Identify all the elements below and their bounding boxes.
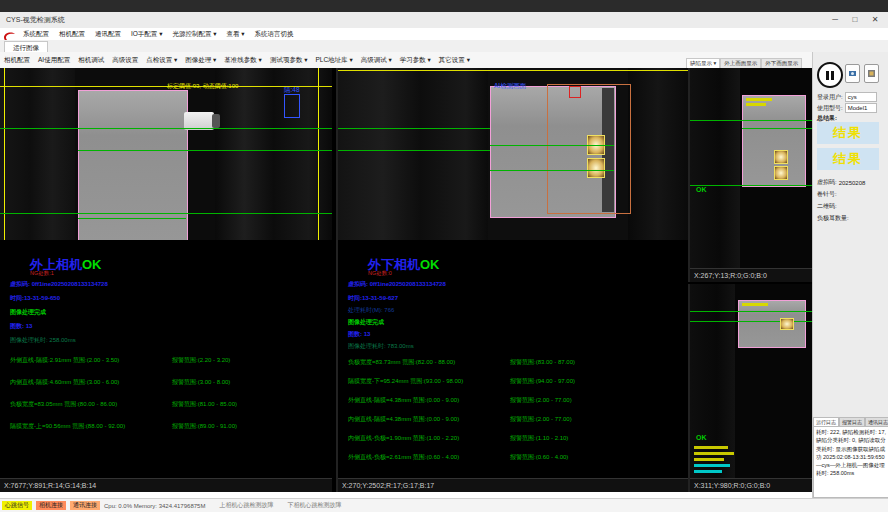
preview-ok-upper: OK [696,186,707,193]
measure-row: 外侧直线-隔膜:2.91mm 范围:(2.00 - 3.50) [10,356,119,365]
preview-coords-lower: X:311;Y:980;R:0;G:0;B:0 [690,478,814,492]
app-logo-icon [2,29,18,40]
camera-tool-button-2[interactable] [864,64,879,83]
defect-display-dropdown[interactable]: 缺陷显示 ▾ [686,58,720,68]
preview-tab-lower[interactable]: 外下画面显示 [761,58,802,68]
login-user-value[interactable]: cys [845,92,877,102]
measure-row: 内侧直线-负极=1.90mm 范围:(1.00 - 2.20) [348,434,459,443]
menu-item-io-config[interactable]: IO手配置 ▾ [131,30,162,39]
toolbar-test-params[interactable]: 测试项参数 ▾ [270,56,308,65]
time-upper: 时间:13-31-59-650 [10,294,60,303]
camera-panel-lower: AI检测画面 外下相机OK NG处数:0 虚拟码: 0ff1ine2025020… [336,68,688,492]
gap-marker-box [284,94,300,118]
measure-row: 隔膜宽度-下=95.24mm 范围:(93.00 - 98.00) [348,377,463,386]
toolbar-image-process[interactable]: 图像处理 ▾ [185,56,216,65]
close-icon[interactable]: ✕ [866,13,884,26]
annotation-marks [694,446,728,449]
measure-row: 负极宽度=83.05mm 范围:(80.00 - 86.00) [10,400,117,409]
alarm-row: 报警范围:(83.00 - 87.00) [510,358,575,367]
annotation-marks [746,103,766,106]
threshold-overlay-text: 标定阈值:93, 动态阈值:100 [167,82,238,91]
model-field: 使用型号: Model1 [817,103,887,113]
menu-item-language[interactable]: 系统语言切换 [255,30,294,39]
toolbar-advanced-debug[interactable]: 高级调试 ▾ [361,56,392,65]
toolbar-ai-config[interactable]: AI使用配置 [38,56,70,65]
menu-item-light-config[interactable]: 光源控制配置 ▾ [172,30,216,39]
menu-bar: 系统配置 相机配置 通讯配置 IO手配置 ▾ 光源控制配置 ▾ 查看 ▾ 系统语… [0,28,888,40]
measure-row: 外侧直线-负极=2.61mm 范围:(0.60 - 4.00) [348,453,459,462]
toolbar-advanced-settings[interactable]: 高级设置 [112,56,138,65]
frame-count-upper: 图数: 13 [10,322,32,331]
elapsed-upper: 图像处理耗时: 258.00ms [10,336,76,345]
toolbar-learn-params[interactable]: 学习参数 ▾ [400,56,431,65]
alarm-row: 报警范围:(2.00 - 77.00) [510,396,572,405]
model-value[interactable]: Model1 [845,103,877,113]
virtual-code-lower: 虚拟码: 0ff1ine20250208133134728 [348,280,446,289]
camera-connect-status-badge: 相机连接 [36,501,66,510]
camera-image-lower: AI检测画面 [338,68,688,240]
ai-view-overlay-text: AI检测画面 [494,82,526,91]
time-lower: 时间:13-31-59-627 [348,294,398,303]
measure-row: 内侧直线-隔膜=4.38mm 范围:(0.00 - 9.00) [348,415,459,424]
process-done-upper: 图像处理完成 [10,308,46,317]
ng-count-lower: NG处数:0 [368,270,392,277]
frame-count-lower: 图数: 13 [348,330,370,339]
maximize-icon[interactable]: □ [846,13,864,26]
needle-number-field: 卷针号: [817,190,887,199]
preview-ok-lower: OK [696,434,707,441]
alarm-row: 报警范围:(3.00 - 8.00) [172,378,230,387]
menu-item-system-config[interactable]: 系统配置 [23,30,49,39]
camera-tool-button-1[interactable] [845,64,860,83]
measure-row: 负极宽度=83.73mm 范围:(82.00 - 88.00) [348,358,455,367]
minimize-icon[interactable]: ─ [826,13,844,26]
alarm-row: 报警范围:(89.00 - 91.00) [172,422,237,431]
log-tab-alarm[interactable]: 报警日志 [839,417,865,426]
alarm-row: 报警范围:(2.00 - 77.00) [510,415,572,424]
toolbar-other-settings[interactable]: 其它设置 ▾ [439,56,470,65]
preview-coords-upper: X:267;Y:13;R:0;G:0;B:0 [690,268,814,282]
annotation-marks [694,452,734,455]
toolbar-spotcheck[interactable]: 点检设置 ▾ [146,56,177,65]
elapsed-lower: 图像处理耗时: 783.00ms [348,342,414,351]
pixel-coords-upper: X:7677;Y:891;R:14;G:14;B:14 [0,478,332,492]
annotation-marks [694,458,724,461]
log-output[interactable]: 耗时: 222, 缺陷检测耗时: 17, 缺陷分类耗时: 0, 缺陷读取分类耗时… [813,426,888,498]
annotation-marks [746,98,772,101]
camera-panel-upper: 标定阈值:93, 动态阈值:100 隔:48 外上相机OK NG处数:1 虚拟码… [0,68,332,492]
toolbar-camera-config[interactable]: 相机配置 [4,56,30,65]
annotation-marks [694,464,730,467]
preview-cell-region [738,300,806,348]
toolbar-plc-address[interactable]: PLC地址库 ▾ [315,56,352,65]
app-window: CYS-视觉检测系统 ─ □ ✕ 系统配置 相机配置 通讯配置 IO手配置 ▾ … [0,0,888,522]
alarm-row: 报警范围:(81.00 - 85.00) [172,400,237,409]
menu-item-comm-config[interactable]: 通讯配置 [95,30,121,39]
log-tab-run[interactable]: 运行日志 [813,417,839,426]
defect-marker [569,86,581,98]
ng-count-upper: NG处数:1 [30,270,54,277]
heartbeat-status-badge: 心跳信号 [2,501,32,510]
window-controls: ─ □ ✕ [826,13,884,26]
menu-item-camera-config[interactable]: 相机配置 [59,30,85,39]
log-tab-comm[interactable]: 通讯日志 [865,417,888,426]
virtual-code-field: 虚拟码: 20250208 [817,178,887,187]
alarm-row: 报警范围:(1.10 - 2.10) [510,434,568,443]
tab-glow-2 [587,158,605,178]
preview-tab-strip: 缺陷显示 ▾ 外上画面显示 外下画面显示 [686,52,812,69]
pause-button[interactable] [817,62,843,88]
annotation-marks [694,470,722,473]
preview-panel-lower[interactable]: OK X:311;Y:980;R:0;G:0;B:0 [688,284,814,492]
virtual-code-upper: 虚拟码: 0ff1ine20250208133134728 [10,280,108,289]
title-bar: CYS-视觉检测系统 ─ □ ✕ [0,12,888,29]
measure-row: 内侧直线-隔膜:4.60mm 范围:(3.00 - 6.00) [10,378,119,387]
alarm-row: 报警范围:(0.60 - 4.00) [510,453,568,462]
process-done-lower: 图像处理完成 [348,318,384,327]
measure-row: 外侧直线-隔膜=4.38mm 范围:(0.00 - 9.00) [348,396,459,405]
menu-item-view[interactable]: 查看 ▾ [227,30,245,39]
camera-image-upper: 标定阈值:93, 动态阈值:100 隔:48 [0,68,332,240]
main-area: 标定阈值:93, 动态阈值:100 隔:48 外上相机OK NG处数:1 虚拟码… [0,68,812,492]
toolbar-baseline-params[interactable]: 基准线参数 ▾ [224,56,262,65]
measure-row: 隔膜宽度-上=90.56mm 范围:(88.00 - 92.00) [10,422,125,431]
toolbar-camera-debug[interactable]: 相机调试 [78,56,104,65]
preview-tab-upper[interactable]: 外上画面显示 [720,58,761,68]
preview-panel-upper[interactable]: OK X:267;Y:13;R:0;G:0;B:0 [688,68,814,282]
